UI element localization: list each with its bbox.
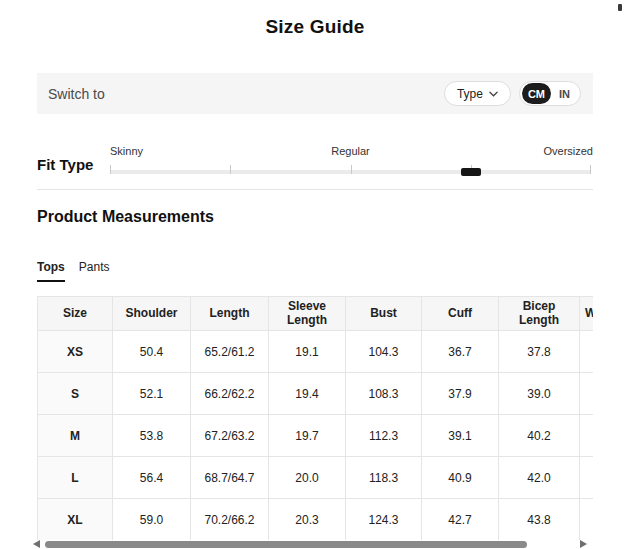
fit-type-label: Fit Type bbox=[37, 156, 93, 173]
fit-type-track bbox=[110, 170, 591, 174]
value-cell: 104.3 bbox=[346, 331, 422, 373]
size-cell: XL bbox=[38, 499, 113, 541]
column-header: Bicep Length bbox=[499, 297, 580, 331]
value-cell: 39.1 bbox=[422, 415, 499, 457]
value-cell: 56.4 bbox=[113, 457, 191, 499]
fit-option-regular: Regular bbox=[331, 145, 370, 157]
chevron-down-icon bbox=[489, 91, 498, 97]
table-row: L56.468.7/64.720.0118.340.942.0 bbox=[38, 457, 594, 499]
value-cell: 124.3 bbox=[346, 499, 422, 541]
product-measurements-heading: Product Measurements bbox=[37, 208, 214, 226]
unit-toggle[interactable]: CM IN bbox=[519, 81, 581, 106]
fit-option-skinny: Skinny bbox=[110, 145, 143, 157]
switch-controls: Type CM IN bbox=[444, 81, 581, 106]
column-header: Cuff bbox=[422, 297, 499, 331]
fit-type-thumb[interactable] bbox=[461, 168, 481, 176]
measurements-table-viewport[interactable]: SizeShoulderLengthSleeve LengthBustCuffB… bbox=[37, 296, 593, 540]
table-row: XL59.070.2/66.220.3124.342.743.8 bbox=[38, 499, 594, 541]
horizontal-scrollbar[interactable] bbox=[33, 540, 589, 549]
value-cell bbox=[580, 499, 594, 541]
value-cell: 52.1 bbox=[113, 373, 191, 415]
tab-pants[interactable]: Pants bbox=[79, 260, 110, 282]
fit-option-oversized: Oversized bbox=[543, 145, 593, 157]
value-cell: 19.7 bbox=[269, 415, 346, 457]
value-cell: 20.0 bbox=[269, 457, 346, 499]
table-header-row: SizeShoulderLengthSleeve LengthBustCuffB… bbox=[38, 297, 594, 331]
close-icon[interactable] bbox=[618, 4, 622, 11]
value-cell: 59.0 bbox=[113, 499, 191, 541]
column-header: Sleeve Length bbox=[269, 297, 346, 331]
column-header: W bbox=[580, 297, 594, 331]
unit-option-in[interactable]: IN bbox=[551, 88, 578, 100]
switch-to-bar: Switch to Type CM IN bbox=[37, 73, 593, 114]
value-cell: 19.4 bbox=[269, 373, 346, 415]
value-cell: 108.3 bbox=[346, 373, 422, 415]
value-cell: 118.3 bbox=[346, 457, 422, 499]
size-cell: XS bbox=[38, 331, 113, 373]
unit-option-cm[interactable]: CM bbox=[522, 83, 551, 104]
size-guide-dialog: Size Guide Switch to Type CM IN Fit Type… bbox=[0, 0, 624, 549]
value-cell bbox=[580, 331, 594, 373]
value-cell: 53.8 bbox=[113, 415, 191, 457]
size-cell: M bbox=[38, 415, 113, 457]
value-cell: 37.9 bbox=[422, 373, 499, 415]
scroll-right-icon[interactable] bbox=[580, 540, 587, 548]
value-cell: 70.2/66.2 bbox=[191, 499, 269, 541]
switch-to-label: Switch to bbox=[48, 86, 105, 102]
tab-tops[interactable]: Tops bbox=[37, 260, 65, 282]
fit-type-options: Skinny Regular Oversized bbox=[110, 145, 591, 159]
type-dropdown-label: Type bbox=[457, 87, 483, 101]
value-cell: 50.4 bbox=[113, 331, 191, 373]
value-cell: 66.2/62.2 bbox=[191, 373, 269, 415]
value-cell: 40.2 bbox=[499, 415, 580, 457]
value-cell: 19.1 bbox=[269, 331, 346, 373]
value-cell: 42.0 bbox=[499, 457, 580, 499]
size-cell: S bbox=[38, 373, 113, 415]
table-row: XS50.465.2/61.219.1104.336.737.8 bbox=[38, 331, 594, 373]
section-divider bbox=[37, 189, 593, 190]
page-title: Size Guide bbox=[37, 16, 593, 38]
scrollbar-thumb[interactable] bbox=[45, 541, 527, 548]
column-header: Size bbox=[38, 297, 113, 331]
table-body: XS50.465.2/61.219.1104.336.737.8S52.166.… bbox=[38, 331, 594, 541]
value-cell: 42.7 bbox=[422, 499, 499, 541]
table-row: S52.166.2/62.219.4108.337.939.0 bbox=[38, 373, 594, 415]
value-cell: 20.3 bbox=[269, 499, 346, 541]
size-cell: L bbox=[38, 457, 113, 499]
fit-type-slider[interactable]: Skinny Regular Oversized bbox=[110, 145, 591, 177]
category-tabs: TopsPants bbox=[37, 260, 109, 282]
table-row: M53.867.2/63.219.7112.339.140.2 bbox=[38, 415, 594, 457]
scroll-left-icon[interactable] bbox=[33, 540, 40, 548]
value-cell bbox=[580, 415, 594, 457]
value-cell: 37.8 bbox=[499, 331, 580, 373]
value-cell bbox=[580, 457, 594, 499]
column-header: Shoulder bbox=[113, 297, 191, 331]
value-cell: 36.7 bbox=[422, 331, 499, 373]
value-cell: 67.2/63.2 bbox=[191, 415, 269, 457]
value-cell: 65.2/61.2 bbox=[191, 331, 269, 373]
column-header: Length bbox=[191, 297, 269, 331]
type-dropdown-button[interactable]: Type bbox=[444, 81, 511, 106]
measurements-table: SizeShoulderLengthSleeve LengthBustCuffB… bbox=[37, 296, 593, 540]
value-cell: 68.7/64.7 bbox=[191, 457, 269, 499]
value-cell bbox=[580, 373, 594, 415]
value-cell: 112.3 bbox=[346, 415, 422, 457]
value-cell: 40.9 bbox=[422, 457, 499, 499]
value-cell: 39.0 bbox=[499, 373, 580, 415]
value-cell: 43.8 bbox=[499, 499, 580, 541]
column-header: Bust bbox=[346, 297, 422, 331]
